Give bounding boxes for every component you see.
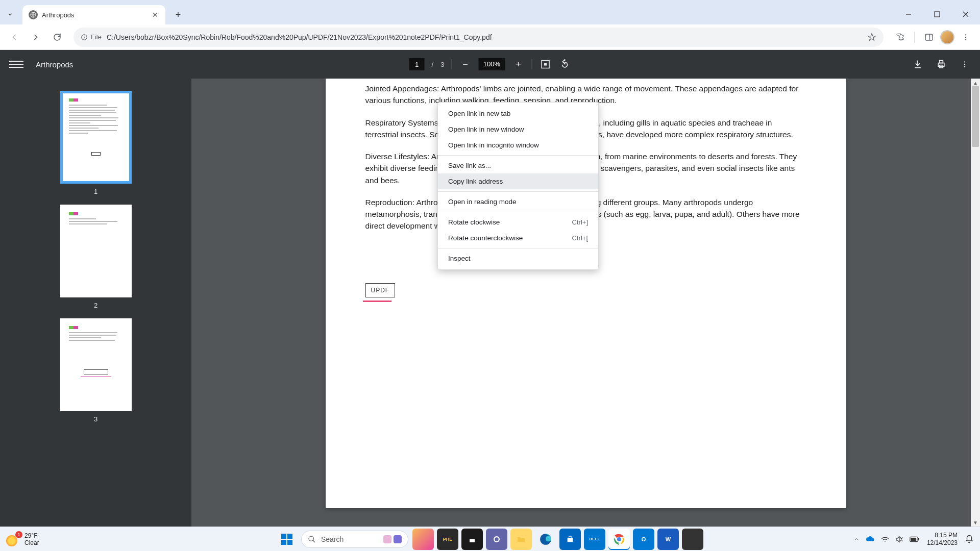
updf-watermark-link[interactable]: UPDF [365, 283, 396, 297]
menu-separator [438, 212, 598, 212]
back-button[interactable] [5, 28, 23, 46]
close-window-button[interactable] [951, 4, 980, 24]
menu-separator [438, 155, 598, 156]
dell-icon[interactable]: DELL [584, 529, 605, 550]
outlook-icon[interactable]: O [633, 529, 654, 550]
url-text: C:/Users/bobzr/Box%20Sync/Robin/Rob/Food… [107, 33, 862, 41]
menu-open-new-window[interactable]: Open link in new window [438, 121, 598, 137]
clock[interactable]: 8:15 PM 12/14/2023 [927, 532, 958, 547]
menu-reading-mode[interactable]: Open in reading mode [438, 194, 598, 210]
address-bar[interactable]: File C:/Users/bobzr/Box%20Sync/Robin/Rob… [74, 28, 884, 47]
app-icon[interactable] [461, 529, 483, 550]
thumbnail[interactable]: 1 [60, 91, 132, 195]
scroll-down-arrow[interactable]: ▼ [972, 519, 978, 525]
maximize-button[interactable] [923, 4, 951, 24]
weather-widget[interactable]: 1 29°F Clear [6, 532, 39, 546]
page-separator: / [432, 61, 434, 68]
zoom-in-button[interactable]: + [512, 58, 524, 70]
menu-rotate-clockwise[interactable]: Rotate clockwiseCtrl+] [438, 214, 598, 230]
bookmark-star-icon[interactable] [867, 33, 876, 42]
profile-avatar[interactable] [940, 30, 954, 44]
battery-icon[interactable] [910, 536, 920, 542]
thumbnail-number: 3 [94, 415, 97, 423]
tab-title: Arthropods [42, 11, 147, 19]
search-placeholder: Search [321, 535, 344, 543]
word-icon[interactable]: W [657, 529, 679, 550]
menu-copy-link[interactable]: Copy link address [438, 173, 598, 189]
vertical-scrollbar[interactable]: ▲ ▼ [971, 79, 980, 527]
thumbnail[interactable]: 3 [60, 318, 132, 423]
svg-point-19 [309, 536, 313, 541]
thumbnail-page-3[interactable] [60, 318, 132, 411]
edge-icon[interactable] [535, 529, 556, 550]
zoom-level[interactable]: 100% [478, 58, 505, 70]
svg-rect-14 [940, 61, 943, 63]
menu-inspect[interactable]: Inspect [438, 251, 598, 266]
zoom-out-button[interactable]: − [459, 58, 471, 70]
new-tab-button[interactable]: + [170, 7, 186, 22]
download-button[interactable] [912, 58, 924, 70]
print-button[interactable] [935, 58, 947, 70]
svg-point-17 [964, 64, 965, 65]
toolbar-divider [531, 59, 532, 69]
forward-button[interactable] [27, 28, 45, 46]
toolbar-divider [914, 32, 915, 43]
app-icon[interactable] [682, 529, 703, 550]
menu-open-new-tab[interactable]: Open link in new tab [438, 106, 598, 121]
app-icon[interactable] [486, 529, 507, 550]
notifications-icon[interactable] [965, 535, 974, 544]
wifi-icon[interactable] [881, 536, 889, 543]
close-tab-button[interactable]: ✕ [151, 11, 159, 19]
search-icon [308, 535, 316, 543]
file-explorer-icon[interactable] [510, 529, 532, 550]
menu-rotate-counterclockwise[interactable]: Rotate counterclockwiseCtrl+[ [438, 230, 598, 246]
system-tray: 8:15 PM 12/14/2023 [853, 532, 974, 547]
hamburger-menu-button[interactable] [9, 61, 23, 68]
svg-point-16 [964, 61, 965, 62]
app-icon[interactable]: PRE [437, 529, 458, 550]
thumbnail-page-2[interactable] [60, 205, 132, 297]
start-button[interactable] [277, 529, 297, 549]
extensions-button[interactable] [891, 28, 909, 46]
svg-point-10 [965, 39, 966, 40]
svg-rect-26 [569, 536, 571, 538]
rotate-button[interactable] [558, 58, 571, 70]
thumbnail-panel[interactable]: 1 2 3 [0, 79, 191, 527]
scrollbar-thumb[interactable] [972, 86, 979, 147]
minimize-button[interactable] [894, 4, 923, 24]
window-controls [894, 4, 980, 24]
volume-icon[interactable] [895, 536, 903, 543]
pinned-apps: PRE DELL O W [412, 529, 703, 550]
taskbar-search[interactable]: Search [301, 531, 408, 548]
thumbnail-number: 1 [94, 188, 97, 195]
svg-rect-12 [544, 63, 547, 66]
pdf-menu-button[interactable] [959, 58, 971, 70]
svg-line-20 [313, 540, 315, 542]
date: 12/14/2023 [927, 539, 958, 547]
menu-save-link[interactable]: Save link as... [438, 158, 598, 173]
svg-rect-31 [911, 537, 916, 540]
svg-rect-25 [568, 538, 573, 542]
browser-tab[interactable]: Arthropods ✕ [22, 5, 165, 24]
shortcut-label: Ctrl+] [572, 218, 588, 226]
tray-chevron-icon[interactable] [853, 536, 860, 542]
thumbnail-number: 2 [94, 302, 97, 309]
reload-button[interactable] [48, 28, 66, 46]
thumbnail[interactable]: 2 [60, 205, 132, 309]
svg-point-9 [965, 36, 966, 37]
context-menu: Open link in new tab Open link in new wi… [437, 102, 599, 270]
scroll-up-arrow[interactable]: ▲ [972, 80, 978, 86]
page-number-input[interactable] [409, 58, 425, 70]
tab-search-dropdown[interactable] [0, 5, 20, 23]
app-icon[interactable] [412, 529, 434, 550]
svg-rect-6 [925, 34, 933, 40]
thumbnail-page-1[interactable] [60, 91, 132, 184]
chrome-icon[interactable] [608, 529, 630, 550]
store-icon[interactable] [559, 529, 581, 550]
fit-page-button[interactable] [539, 58, 551, 70]
side-panel-button[interactable] [920, 28, 938, 46]
onedrive-icon[interactable] [866, 536, 875, 543]
chrome-menu-button[interactable] [957, 28, 975, 46]
menu-open-incognito[interactable]: Open link in incognito window [438, 137, 598, 153]
svg-point-18 [964, 66, 965, 67]
